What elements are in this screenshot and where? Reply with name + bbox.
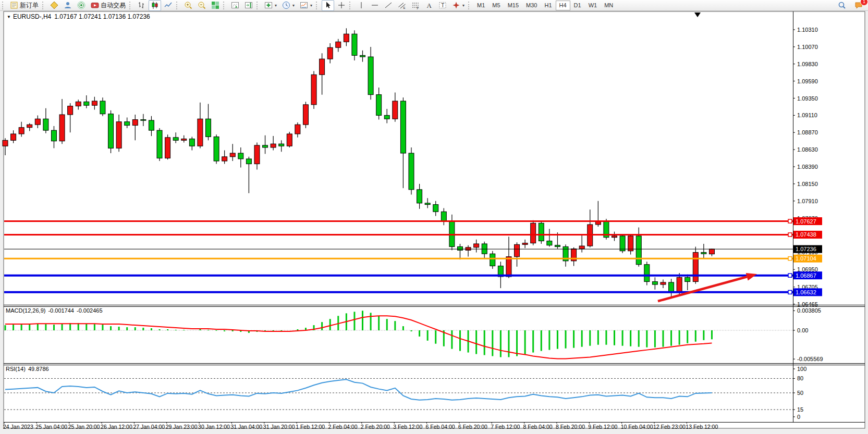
market-watch-button[interactable] [48,0,60,11]
autoscroll-icon [231,1,239,9]
date-label: 12 Feb 23:00 [653,424,686,430]
line-anchor-square[interactable] [788,219,792,223]
candle-body [327,47,333,59]
candle-body [320,59,325,75]
timeframe-m1-button[interactable]: M1 [473,1,488,10]
fibonacci-button[interactable]: F [409,0,422,11]
date-label: 1 Feb 12:00 [296,424,325,430]
timeframe-m15-button[interactable]: M15 [504,1,522,10]
candle-body [661,282,666,284]
candle-body [531,223,536,243]
macd-value: -0.001744 [48,307,74,314]
candle-body [116,122,121,148]
timeframe-m5-button[interactable]: M5 [488,1,504,10]
equidistant-channel-button[interactable]: E [396,0,408,11]
line-anchor-square[interactable] [788,290,792,294]
new-order-button[interactable]: 新订单 [8,0,41,11]
labelT-icon: T [438,1,447,9]
notifications-button[interactable]: 1 [852,0,865,11]
candle-body [76,102,81,106]
price-tick-label: 1.08870 [797,129,818,135]
timeframe-d1-button[interactable]: D1 [570,1,585,10]
search-button[interactable] [836,0,848,11]
candle-body [254,145,260,164]
autotrading-button[interactable]: 自动交易 [89,0,128,11]
svg-text:A: A [427,2,432,9]
candle-body [198,119,203,146]
candle-body [393,101,398,119]
price-tick-label: 1.07910 [797,198,818,204]
candle-body [214,137,219,161]
candle-body [466,247,471,250]
svg-text:F: F [417,6,419,10]
date-label: 7 Feb 12:00 [491,424,520,430]
fibo-icon: F [411,1,420,9]
market-icon [50,1,58,9]
periods-button[interactable]: ▾ [280,0,297,11]
date-label: 13 Feb 12:00 [686,424,718,430]
chart-candles-button[interactable] [149,0,161,11]
vertical-line-button[interactable] [355,0,368,11]
text-button[interactable]: A [423,0,435,11]
rsi-name: RSI(14) [6,366,26,372]
chart-canvas: 1.103101.100701.098301.095901.093501.091… [0,0,868,434]
candle-body [384,115,389,119]
clock-icon [282,1,290,9]
macd-tick-label: -0.005569 [797,356,823,362]
line-anchor-square[interactable] [788,274,792,277]
line-anchor-square[interactable] [788,257,792,261]
candle-body [344,34,349,42]
rsi-value: 49.8786 [28,366,49,372]
candle-body [441,212,446,221]
svg-text:T: T [441,3,444,8]
price-tick-label: 1.08390 [797,164,818,170]
crosshair-button[interactable] [335,0,348,11]
timeframe-mn-button[interactable]: MN [601,1,617,10]
timeframe-w1-button[interactable]: W1 [585,1,601,10]
profile-button[interactable] [62,0,74,11]
line-anchor-square[interactable] [788,233,792,237]
timeframe-h4-button[interactable]: H4 [556,1,570,10]
candle-body [125,122,130,126]
candle-body [400,101,406,153]
price-tick-label: 1.09350 [797,95,818,102]
cursor-button[interactable] [322,0,334,11]
rsi-tick-label: 100 [797,366,806,372]
chart-bars-button[interactable] [135,0,148,11]
rsi-indicator-label: RSI(14)49.8786 [6,366,52,372]
text-label-button[interactable]: T [436,0,449,11]
candle-body [27,125,32,127]
timeframe-m30-button[interactable]: M30 [522,1,541,10]
date-label: 6 Feb 20:00 [458,424,487,430]
candle-body [181,139,187,141]
date-label: 2 Feb 20:00 [361,424,390,430]
arrows-button[interactable]: ▾ [450,0,467,11]
price-tick-label: 1.06465 [797,301,818,307]
templates-button[interactable]: ▾ [298,0,314,11]
tile-windows-button[interactable] [209,0,222,11]
zoom-in-button[interactable] [182,0,194,11]
candle-body [295,125,300,134]
timeframe-h1-button[interactable]: H1 [541,1,555,10]
symbol-dropdown-icon[interactable]: ▼ [7,15,11,19]
candle-body [457,246,462,250]
chart-line-button[interactable] [162,0,175,11]
price-badge-label: 1.07627 [796,218,816,225]
price-badge-label: 1.06632 [796,289,816,295]
zoom-out-button[interactable] [195,0,208,11]
candle-body [620,236,625,251]
indicators-button[interactable]: ▾ [262,0,279,11]
candle-body [206,119,211,137]
candle-body [3,140,8,146]
candle-body [506,257,511,277]
signals-button[interactable] [75,0,88,11]
auto-scroll-button[interactable] [229,0,241,11]
candle-body [368,57,373,95]
candle-body [522,243,528,245]
chart-shift-button[interactable] [242,0,255,11]
date-label: 24 Jan 2023 [3,424,33,430]
horizontal-line-button[interactable] [369,0,381,11]
candle-body [35,119,40,125]
trendline-button[interactable] [382,0,395,11]
date-label: 3 Feb 12:00 [393,424,422,430]
